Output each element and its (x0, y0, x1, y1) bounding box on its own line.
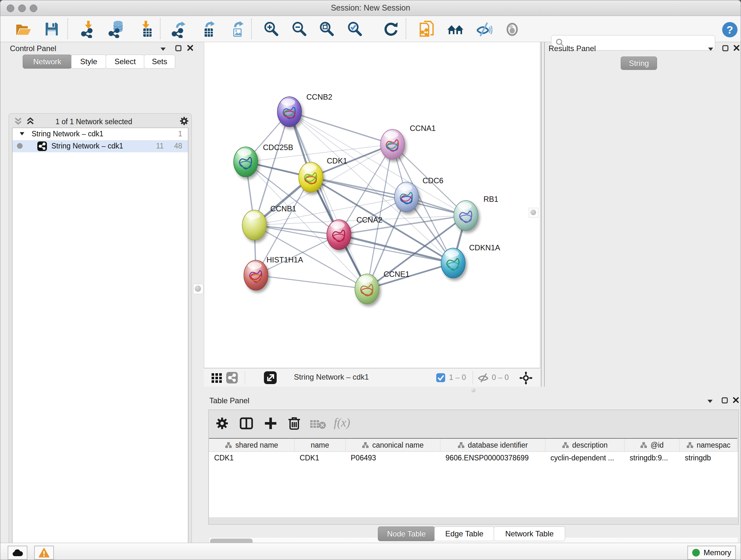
network-node-CCNB2[interactable] (277, 97, 301, 127)
column-header-namespac[interactable]: namespac (680, 439, 738, 451)
network-options-gear-icon[interactable] (179, 116, 189, 126)
zoom-fit-icon[interactable] (318, 20, 335, 38)
network-node-CCNA2[interactable] (327, 220, 351, 250)
network-node-CCNA1[interactable] (381, 129, 405, 159)
save-session-icon[interactable] (43, 20, 60, 38)
network-edge-CCNA2-HIST1H1A[interactable] (256, 235, 339, 275)
export-table-icon[interactable] (199, 20, 217, 38)
table-cell[interactable]: P06493 (346, 451, 441, 464)
table-cell[interactable]: stringdb:9... (624, 451, 680, 464)
svg-text:?: ? (727, 23, 733, 36)
string-network-icon (37, 141, 47, 151)
float-panel-icon[interactable] (175, 45, 182, 51)
close-panel-icon[interactable] (187, 45, 193, 51)
tab-sets[interactable]: Sets (144, 55, 175, 69)
network-edge-CDKN1A-CCNE1[interactable] (367, 263, 453, 289)
network-node-CCNE1[interactable] (355, 274, 379, 304)
zoom-in-icon[interactable] (262, 20, 280, 38)
node-label-CDK1: CDK1 (327, 157, 347, 165)
node-label-HIST1H1A: HIST1H1A (266, 255, 303, 264)
network-node-CDKN1A[interactable] (441, 248, 465, 278)
function-builder-icon[interactable]: f(x) (334, 416, 350, 429)
left-splitter-handle[interactable] (193, 284, 203, 294)
float-panel-icon[interactable] (722, 45, 729, 51)
warnings-button[interactable] (34, 546, 54, 560)
zoom-out-icon[interactable] (290, 20, 308, 38)
export-image-icon[interactable] (227, 20, 246, 38)
import-table-icon[interactable] (137, 20, 155, 38)
selected-checkbox-icon[interactable] (436, 373, 445, 382)
network-edge-HIST1H1A-CCNE1[interactable] (256, 275, 367, 289)
table-cell[interactable]: CDK1 (294, 451, 346, 464)
collection-count: 1 (178, 130, 182, 138)
network-node-HIST1H1A[interactable] (244, 260, 268, 290)
open-in-window-icon[interactable] (264, 371, 277, 384)
home-networks-icon[interactable] (447, 20, 464, 38)
cloud-button[interactable] (8, 546, 27, 560)
column-header-name[interactable]: name (294, 439, 346, 451)
column-header-canonical-name[interactable]: canonical name (346, 439, 441, 451)
memory-button[interactable]: Memory (687, 546, 736, 560)
tab-string-results[interactable]: String (621, 57, 657, 70)
table-cell[interactable]: CDK1 (209, 451, 294, 464)
column-header--id[interactable]: @id (624, 439, 680, 451)
collapse-panel-icon[interactable] (708, 47, 714, 51)
add-column-icon[interactable] (264, 416, 278, 430)
show-panel-eye-icon[interactable] (503, 20, 521, 38)
close-panel-icon[interactable] (733, 397, 739, 403)
column-header-database-identifier[interactable]: database identifier (441, 439, 545, 451)
import-network-icon[interactable] (79, 20, 97, 38)
tab-node-table[interactable]: Node Table (378, 526, 435, 541)
table-options-gear-icon[interactable] (216, 417, 228, 430)
string-network-graph[interactable]: CCNB2CCNA1CDC25BCDK1CDC6RB1CCNB1CCNA2CDK… (204, 42, 540, 368)
help-icon[interactable]: ? (721, 21, 739, 39)
network-node-RB1[interactable] (454, 200, 478, 231)
tree-expander-icon[interactable] (19, 132, 24, 136)
network-edge-CCNB2-CCNA1[interactable] (289, 112, 393, 144)
memory-label: Memory (704, 548, 731, 557)
string-view-icon[interactable] (226, 372, 238, 383)
delete-column-icon[interactable] (287, 416, 301, 430)
show-columns-icon[interactable] (239, 416, 253, 430)
network-row-selected[interactable]: String Network – cdk1 11 48 (12, 140, 188, 152)
refresh-view-icon[interactable] (382, 20, 400, 38)
tab-edge-table[interactable]: Edge Table (434, 526, 494, 541)
horizontal-splitter[interactable] (204, 387, 741, 394)
collapse-panel-icon[interactable] (707, 399, 713, 403)
network-canvas[interactable]: CCNB2CCNA1CDC25BCDK1CDC6RB1CCNB1CCNA2CDK… (204, 42, 540, 368)
tab-network-table[interactable]: Network Table (494, 526, 565, 541)
tab-style[interactable]: Style (71, 55, 106, 69)
close-panel-icon[interactable] (734, 45, 739, 51)
fit-selected-crosshair-icon[interactable] (519, 371, 533, 385)
network-node-CDK1[interactable] (299, 162, 323, 192)
right-splitter-handle[interactable] (529, 208, 538, 217)
table-cell[interactable]: cyclin-dependent ... (545, 451, 624, 464)
footer-separator (245, 371, 245, 384)
warning-icon (39, 548, 50, 557)
table-cell[interactable]: stringdb (680, 451, 738, 464)
network-node-CCNB1[interactable] (242, 210, 266, 240)
float-panel-icon[interactable] (722, 397, 728, 403)
tab-network[interactable]: Network (23, 55, 72, 69)
network-node-CDC6[interactable] (394, 182, 419, 212)
table-cell[interactable]: 9606.ENSP00000378699 (441, 451, 545, 464)
edge-count: 48 (174, 142, 182, 150)
hide-panel-eye-icon[interactable] (475, 20, 492, 38)
network-collection-row[interactable]: String Network – cdk1 1 (12, 128, 188, 140)
import-database-icon[interactable] (108, 20, 125, 38)
open-session-icon[interactable] (14, 20, 32, 38)
collapse-panel-icon[interactable] (160, 47, 166, 51)
file-network-icon[interactable] (418, 20, 435, 38)
table-row[interactable]: CDK1CDK1P064939606.ENSP00000378699cyclin… (209, 451, 738, 464)
birdseye-grid-icon[interactable] (211, 372, 222, 383)
export-network-icon[interactable] (170, 20, 188, 38)
delete-table-icon[interactable] (310, 419, 326, 429)
hidden-eye-icon[interactable] (477, 373, 489, 383)
network-node-CDC25B[interactable] (233, 147, 258, 177)
column-header-shared-name[interactable]: shared name (209, 439, 294, 451)
zoom-selected-icon[interactable] (346, 20, 363, 38)
network-list-panel: 1 of 1 Network selected String Network –… (9, 113, 192, 560)
node-label-CCNA2: CCNA2 (356, 215, 382, 224)
column-header-description[interactable]: description (545, 439, 624, 451)
tab-select[interactable]: Select (106, 55, 145, 69)
